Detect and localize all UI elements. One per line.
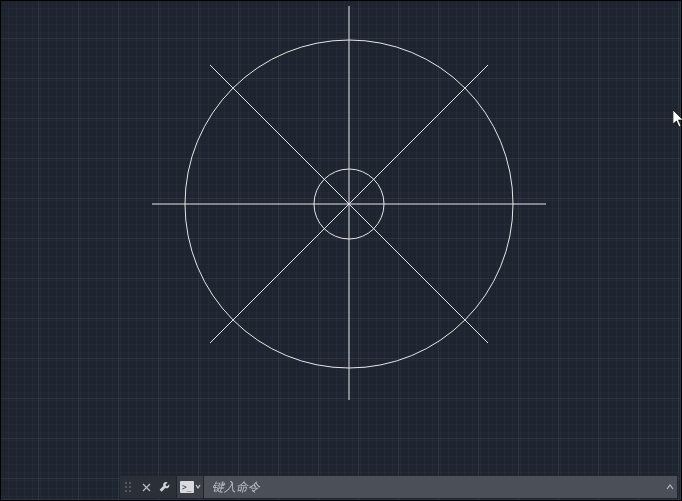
drag-handle-icon[interactable] <box>120 476 138 498</box>
svg-point-2 <box>125 486 127 488</box>
axis-diagonal-1 <box>210 65 488 343</box>
close-icon[interactable] <box>138 476 154 498</box>
expand-up-icon[interactable] <box>663 476 677 498</box>
drawing-geometry <box>0 0 682 501</box>
axis-diagonal-2 <box>210 65 488 343</box>
drawing-canvas[interactable] <box>0 0 682 501</box>
inner-circle <box>314 169 384 239</box>
recent-inputs-button[interactable]: >_ <box>176 476 204 498</box>
svg-point-0 <box>125 482 127 484</box>
viewport-border <box>0 0 682 501</box>
svg-text:>_: >_ <box>182 483 192 492</box>
customize-icon[interactable] <box>154 476 176 498</box>
svg-point-4 <box>125 490 127 492</box>
command-bar: >_ <box>120 476 677 498</box>
command-input[interactable] <box>204 476 663 498</box>
outer-circle <box>185 40 513 368</box>
svg-point-1 <box>129 482 131 484</box>
svg-point-5 <box>129 490 131 492</box>
svg-point-3 <box>129 486 131 488</box>
